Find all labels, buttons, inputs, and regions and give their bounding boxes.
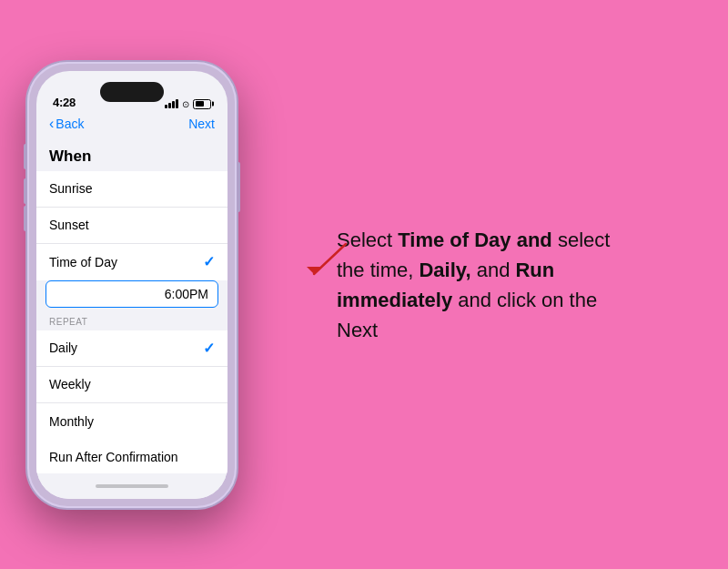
back-label: Back: [56, 117, 84, 131]
battery-icon: [193, 99, 211, 109]
list-item[interactable]: Daily ✓: [36, 330, 228, 367]
time-of-day-checkmark: ✓: [203, 253, 215, 270]
next-button[interactable]: Next: [188, 117, 215, 131]
when-list: Sunrise Sunset Time of Day ✓: [36, 171, 228, 280]
time-value: 6:00PM: [165, 287, 208, 301]
status-time: 4:28: [53, 96, 76, 109]
instruction-bold1: Time of Day and: [398, 229, 552, 251]
list-item[interactable]: Weekly: [36, 367, 228, 403]
sunset-label: Sunset: [49, 218, 89, 232]
time-of-day-label: Time of Day: [49, 255, 117, 269]
signal-icon: [165, 99, 178, 108]
run-after-label: Run After Confirmation: [49, 450, 178, 464]
daily-checkmark: ✓: [203, 340, 215, 357]
repeat-list: Daily ✓ Weekly Monthly: [36, 330, 228, 440]
when-section-header: When: [36, 138, 228, 171]
instruction-panel: Select Time of Day and select the time, …: [264, 225, 701, 345]
home-indicator: [36, 473, 228, 499]
instruction-part1: Select: [337, 229, 398, 251]
instruction-bold2: Daily,: [419, 259, 470, 281]
instruction-part3: and: [471, 259, 516, 281]
daily-label: Daily: [49, 340, 77, 355]
status-icons: ⊙: [165, 99, 211, 109]
sunrise-label: Sunrise: [49, 181, 92, 196]
wifi-icon: ⊙: [182, 99, 189, 109]
instruction-content: Select Time of Day and select the time, …: [337, 225, 628, 345]
time-picker-row[interactable]: 6:00PM: [46, 280, 218, 308]
dynamic-island: [100, 82, 164, 102]
back-button[interactable]: ‹ Back: [49, 117, 84, 131]
home-bar: [96, 484, 168, 488]
phone-screen: 4:28 ⊙ ‹ Bac: [36, 71, 228, 499]
content-area: When Sunrise Sunset Time of Day ✓: [36, 138, 228, 473]
chevron-left-icon: ‹: [49, 117, 54, 131]
monthly-label: Monthly: [49, 414, 94, 429]
list-item[interactable]: Sunrise: [36, 171, 228, 208]
nav-bar: ‹ Back Next: [36, 113, 228, 138]
list-item[interactable]: Monthly: [36, 403, 228, 440]
phone-shell: 4:28 ⊙ ‹ Bac: [27, 62, 237, 508]
list-item[interactable]: Sunset: [36, 208, 228, 244]
list-item[interactable]: Time of Day ✓: [36, 244, 228, 280]
page-container: 4:28 ⊙ ‹ Bac: [0, 0, 728, 569]
repeat-section-label: REPEAT: [36, 308, 228, 330]
list-item[interactable]: Run After Confirmation: [36, 440, 228, 473]
run-list: Run After Confirmation Run Immediately ✓…: [36, 440, 228, 473]
weekly-label: Weekly: [49, 377, 91, 391]
